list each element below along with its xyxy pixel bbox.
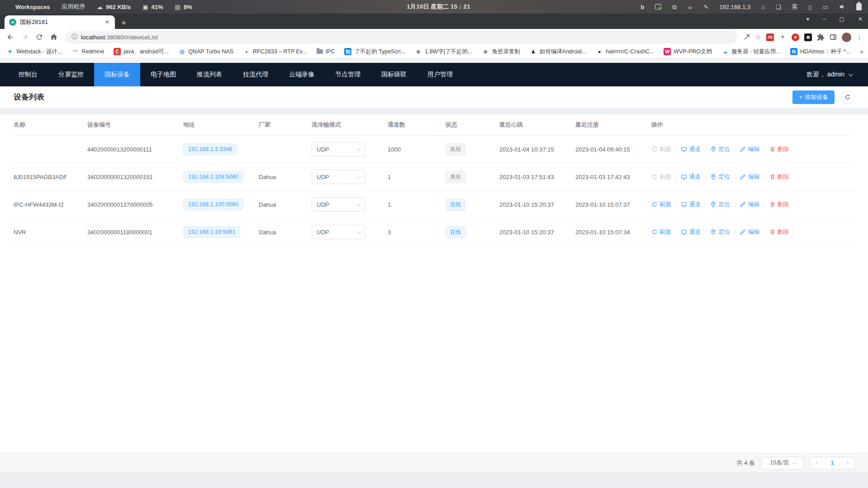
transport-select[interactable]: UDP	[312, 225, 365, 239]
nav-item-6[interactable]: 拉流代理	[232, 63, 279, 86]
prev-page-button[interactable]	[811, 457, 825, 469]
js-ext-icon[interactable]: JS	[766, 33, 774, 41]
column-header: 最近注册	[575, 121, 651, 129]
bookmark-item[interactable]: ●hairrrrr/C-CrashC...	[596, 48, 654, 55]
nav-item-9[interactable]: 国标级联	[371, 63, 417, 86]
locate-link[interactable]: 定位	[710, 228, 730, 236]
home-tray-icon[interactable]: ⌂	[761, 4, 765, 10]
input-method-indicator[interactable]: 英	[792, 3, 798, 11]
channel-link[interactable]: 通道	[681, 173, 701, 181]
table-footer: 共 4 条 15条/页 1	[0, 453, 868, 472]
refresh-link[interactable]: 刷新	[651, 173, 671, 181]
bookmark-item[interactable]: @QNAP Turbo NAS	[178, 48, 233, 55]
cell-heartbeat: 2023-01-03 17:51:43	[499, 174, 575, 180]
tab-search-icon[interactable]: ▾	[806, 16, 809, 22]
pager: 1	[810, 457, 854, 469]
workspaces-button[interactable]: Workspaces	[15, 4, 50, 10]
bookmark-item[interactable]: IPC	[317, 48, 335, 55]
blocker-ext-icon[interactable]: ⊘	[792, 33, 799, 41]
bookmark-item[interactable]: NHDAtmos :: 种子 *...	[790, 48, 850, 56]
bing-tray-icon[interactable]: b	[641, 4, 645, 10]
wine-glass-ext-icon[interactable]: Y	[779, 33, 787, 41]
clock[interactable]: 1月10日 星期二 15：21	[407, 3, 470, 11]
minimize-button[interactable]: –	[823, 16, 826, 22]
channel-link[interactable]: 通道	[681, 228, 701, 236]
bookmark-star-icon[interactable]: ☆	[755, 33, 761, 41]
nav-item-7[interactable]: 云端录像	[279, 63, 325, 86]
share-icon[interactable]	[743, 33, 750, 41]
restore-button[interactable]: ▢	[840, 16, 844, 22]
bookmark-item[interactable]: ☁服务器 - 轻量应用...	[721, 48, 781, 56]
add-device-button[interactable]: + 添加设备	[792, 90, 835, 104]
bookmark-item[interactable]: 知了不起的 TypeScri...	[344, 48, 405, 56]
bookmark-item[interactable]: ◠Redmine	[71, 48, 104, 55]
picker-tray-icon[interactable]: ✎	[703, 4, 708, 10]
bookmark-item[interactable]: Cjava、android可...	[114, 48, 169, 56]
new-tab-button[interactable]: +	[121, 19, 126, 27]
edit-link[interactable]: 编辑	[740, 145, 759, 153]
extensions-puzzle-icon[interactable]	[817, 33, 825, 41]
bookmark-item[interactable]: ⊕1.8W字|了不起的...	[415, 48, 472, 56]
delete-link[interactable]: 删除	[769, 228, 789, 236]
refresh-link[interactable]: 刷新	[651, 228, 671, 236]
bookmark-item[interactable]: ⊕免登录复制	[482, 48, 520, 56]
bookmark-item[interactable]: ●RFC2833 – RTP Ev...	[243, 48, 307, 55]
delete-link[interactable]: 删除	[769, 173, 789, 181]
browser-tab[interactable]: ✳ 国标28181 ✕	[5, 15, 115, 29]
delete-link[interactable]: 删除	[769, 200, 789, 208]
delete-link[interactable]: 删除	[769, 145, 789, 153]
channel-link[interactable]: 通道	[681, 145, 701, 153]
forward-button[interactable]	[19, 31, 31, 43]
back-button[interactable]	[5, 31, 16, 43]
phone-link-icon[interactable]: ▯	[809, 4, 812, 10]
edit-link[interactable]: 编辑	[740, 228, 759, 236]
refresh-list-button[interactable]	[841, 90, 854, 104]
nav-item-8[interactable]: 节点管理	[325, 63, 371, 86]
window-close-button[interactable]: ✕	[858, 16, 863, 22]
locate-link[interactable]: 定位	[710, 145, 730, 153]
bookmarks-overflow-icon[interactable]: »	[860, 48, 863, 55]
bookmark-item[interactable]: WWVP-PRO文档	[664, 48, 712, 56]
nav-item-5[interactable]: 推流列表	[186, 63, 232, 86]
nav-item-1[interactable]: 控制台	[8, 63, 48, 86]
nav-item-2[interactable]: 分屏监控	[48, 63, 94, 86]
display-icon[interactable]: ▭	[823, 4, 828, 10]
applications-menu[interactable]: 应用程序	[62, 3, 85, 11]
side-panel-icon[interactable]	[830, 33, 837, 41]
transport-select[interactable]: UDP	[312, 142, 365, 156]
browser-menu-icon[interactable]: ⋮	[856, 33, 863, 41]
url-text: localhost:38080/#/deviceList	[81, 34, 158, 41]
bookmark-item[interactable]: ❖Webstack - 设计...	[6, 48, 62, 56]
workspace-switcher-icon[interactable]: ❏	[776, 4, 781, 10]
transport-select[interactable]: UDP	[312, 170, 365, 184]
battery-icon[interactable]	[856, 3, 862, 10]
bookmark-label: 了不起的 TypeScri...	[354, 48, 405, 56]
refresh-link[interactable]: 刷新	[651, 200, 671, 208]
edit-link[interactable]: 编辑	[740, 173, 759, 181]
profile-avatar[interactable]	[842, 33, 851, 42]
nav-item-3[interactable]: 国标设备	[94, 63, 140, 86]
nav-item-10[interactable]: 用户管理	[417, 63, 463, 86]
locate-link[interactable]: 定位	[710, 173, 730, 181]
channel-link[interactable]: 通道	[681, 200, 701, 208]
home-button[interactable]	[48, 31, 60, 43]
reload-button[interactable]	[33, 31, 45, 43]
adblock-ext-icon[interactable]: ▣	[804, 33, 812, 41]
volume-icon[interactable]	[839, 4, 845, 10]
page-size-select[interactable]: 15条/页	[761, 457, 804, 469]
site-info-icon[interactable]: ⓘ	[71, 33, 77, 41]
screenshot-tray-icon[interactable]	[655, 4, 661, 9]
edit-link[interactable]: 编辑	[740, 200, 759, 208]
bookmark-item[interactable]: ♟如何编译Android...	[530, 48, 587, 56]
nav-item-4[interactable]: 电子地图	[140, 63, 186, 86]
current-page-button[interactable]: 1	[825, 457, 840, 469]
address-bar[interactable]: ⓘ localhost:38080/#/deviceList	[65, 31, 738, 43]
next-page-button[interactable]	[840, 457, 854, 469]
coffee-tray-icon[interactable]: ☕	[688, 4, 693, 10]
user-menu[interactable]: 欢迎， admin	[806, 71, 868, 79]
refresh-link[interactable]: 刷新	[651, 145, 671, 153]
transport-select[interactable]: UDP	[312, 197, 365, 212]
tab-close-icon[interactable]: ✕	[103, 18, 111, 26]
clipboard-tray-icon[interactable]: ⧉	[672, 4, 676, 10]
locate-link[interactable]: 定位	[710, 200, 730, 208]
